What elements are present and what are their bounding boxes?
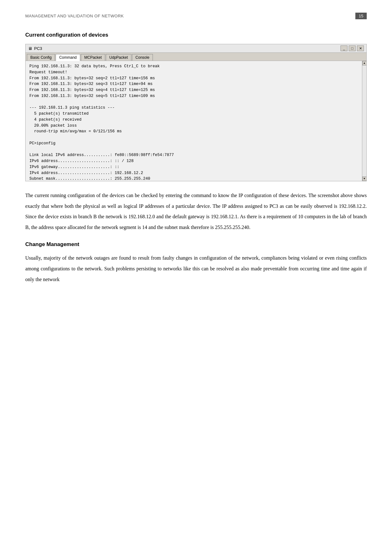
terminal-line: Link local IPv6 address...........: fe80… <box>29 152 363 158</box>
tab-udppacket[interactable]: UdpPacket <box>106 54 131 61</box>
terminal-line: From 192.168.11.3: bytes=32 seq=4 ttl=12… <box>29 87 363 93</box>
scrollbar-down-arrow[interactable]: ▼ <box>362 177 367 181</box>
terminal-scrollbar[interactable]: ▲ ▼ <box>362 61 366 181</box>
section1-heading: Current configuration of devices <box>25 32 367 38</box>
page-number-badge: 15 <box>355 13 367 19</box>
section1-body-text: The current running configuration of the… <box>25 190 367 232</box>
maximize-button[interactable]: □ <box>349 45 356 51</box>
terminal-line: 5 packet(s) transmitted <box>29 111 363 117</box>
terminal-content: Ping 192.168.11.3: 32 data bytes, Press … <box>29 63 363 181</box>
window-title-text: PC3 <box>34 46 42 51</box>
tab-console[interactable]: Console <box>132 54 153 61</box>
page-header: MANAGEMENT AND VALIDATION OF NETWORK 15 <box>25 13 367 19</box>
close-button[interactable]: ✕ <box>357 45 364 51</box>
window-title: 🖥 PC3 <box>28 46 42 51</box>
terminal-line: round-trip min/avg/max = 0/121/156 ms <box>29 129 363 135</box>
minimize-button[interactable]: _ <box>341 45 347 51</box>
pc-icon: 🖥 <box>28 46 32 51</box>
window-tabs: Basic Config Command MCPacket UdpPacket … <box>26 53 366 61</box>
tab-basic-config[interactable]: Basic Config <box>27 54 55 61</box>
tab-mcpacket[interactable]: MCPacket <box>81 54 105 61</box>
terminal-line: From 192.168.11.3: bytes=32 seq=5 ttl=12… <box>29 93 363 99</box>
terminal-line: PC>ipconfig <box>29 141 363 147</box>
scrollbar-up-arrow[interactable]: ▲ <box>362 61 367 65</box>
header-title: MANAGEMENT AND VALIDATION OF NETWORK <box>25 14 124 18</box>
terminal-line: Subnet mask.......................: 255.… <box>29 176 363 181</box>
terminal-line: --- 192.168.11.3 ping statistics --- <box>29 105 363 111</box>
terminal-line: IPv6 address......................: :: /… <box>29 158 363 164</box>
terminal-line: IPv4 address......................: 192.… <box>29 170 363 176</box>
terminal-line: 20.00% packet loss <box>29 123 363 129</box>
terminal-line: Request timeout! <box>29 69 363 75</box>
scrollbar-track[interactable] <box>362 65 366 177</box>
terminal-line <box>29 135 363 141</box>
terminal-line: Ping 192.168.11.3: 32 data bytes, Press … <box>29 63 363 69</box>
terminal-line: 4 packet(s) received <box>29 117 363 123</box>
window-titlebar: 🖥 PC3 _ □ ✕ <box>26 44 366 53</box>
terminal-line <box>29 99 363 105</box>
terminal-line: From 192.168.11.3: bytes=32 seq=3 ttl=12… <box>29 81 363 87</box>
terminal-line <box>29 147 363 153</box>
section2-body-text: Usually, majority of the network outages… <box>25 253 367 285</box>
terminal-line: From 192.168.11.3: bytes=32 seq=2 ttl=12… <box>29 75 363 81</box>
terminal-body: Ping 192.168.11.3: 32 data bytes, Press … <box>26 61 366 181</box>
window-controls: _ □ ✕ <box>341 45 364 51</box>
terminal-line: IPv6 gateway......................: :: <box>29 164 363 170</box>
tab-command[interactable]: Command <box>56 54 80 61</box>
section2-heading: Change Management <box>25 241 367 248</box>
window-frame: 🖥 PC3 _ □ ✕ Basic Config Command MCPacke… <box>25 44 367 181</box>
